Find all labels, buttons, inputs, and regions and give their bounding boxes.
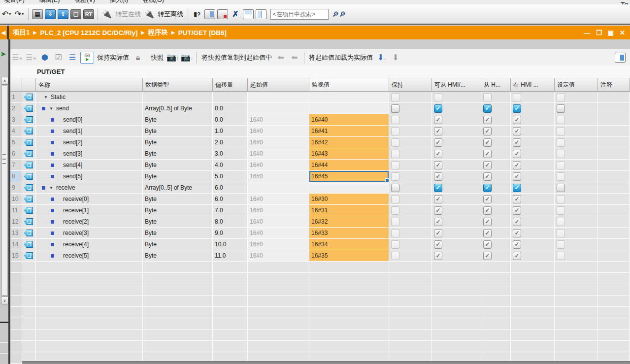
copy-setpoints-icon[interactable]: ⬅ — [289, 52, 300, 64]
start-value-cell[interactable]: 16#0 — [248, 205, 309, 216]
load-starts-as-actuals-button[interactable]: 将起始值加载为实际值 — [309, 53, 373, 62]
header-setpoint[interactable]: 设定值 — [555, 78, 598, 92]
breadcrumb-project[interactable]: 项目1 — [13, 28, 30, 37]
name-cell[interactable]: ▼ send[3] — [36, 148, 143, 160]
insert-row-icon[interactable]: ☰✳ — [11, 52, 23, 64]
name-cell[interactable]: ▼ send[1] — [36, 126, 143, 137]
monitor-value-cell[interactable]: 16#44 — [309, 160, 389, 171]
copy-all-icon[interactable]: ⬅ — [275, 52, 287, 64]
name-cell[interactable]: ▼ Static — [36, 92, 143, 103]
go-offline-icon[interactable]: 🔌 — [143, 8, 155, 21]
splitter-collapse-down-icon[interactable]: ∨ — [1, 297, 8, 304]
datatype-cell[interactable]: Byte — [143, 137, 213, 148]
writable-hmi-checkbox[interactable]: ✓ — [483, 104, 492, 113]
header-start[interactable]: 起始值 — [248, 78, 309, 92]
name-cell[interactable]: ▼ receive[5] — [36, 250, 143, 262]
monitor-value-cell[interactable]: 16#45 — [309, 171, 389, 182]
close-icon[interactable]: ✕ — [620, 29, 625, 36]
add-row-below-icon[interactable]: ☰✳ — [25, 52, 37, 64]
monitor-value-cell[interactable]: 16#32 — [309, 216, 389, 228]
monitor-value-cell[interactable] — [309, 92, 389, 103]
diagnostics-icon[interactable]: ▮? — [191, 8, 203, 21]
datatype-cell[interactable]: Byte — [143, 216, 213, 228]
datatype-cell[interactable]: Array[0..5] of Byte — [143, 103, 213, 114]
datatype-cell[interactable]: Byte — [143, 228, 213, 239]
monitor-value-cell[interactable]: 16#42 — [309, 137, 389, 148]
retain-lock-icon[interactable]: 🔒︎ — [132, 52, 144, 64]
collapse-left-icon[interactable]: ◀ — [0, 30, 7, 36]
comment-cell[interactable] — [598, 171, 630, 182]
comment-cell[interactable] — [598, 92, 630, 103]
accessible-hmi-checkbox[interactable]: ✓ — [434, 104, 442, 113]
snapshot-capture-icon[interactable]: 📷↑ — [166, 52, 179, 64]
name-cell[interactable]: ▼ send[4] — [36, 160, 143, 171]
maximize-icon[interactable]: ▣ — [608, 29, 614, 36]
breadcrumb-db[interactable]: PUT/GET [DB6] — [178, 29, 227, 36]
monitor-value-cell[interactable]: 16#41 — [309, 126, 389, 137]
menu-item[interactable]: 插入(I) — [110, 0, 128, 4]
breadcrumb-program-blocks[interactable]: 程序块 — [148, 28, 168, 37]
start-value-cell[interactable] — [248, 92, 309, 103]
retain-checkbox[interactable] — [391, 104, 399, 113]
reset-start-values-icon[interactable]: ⬢ — [39, 52, 51, 64]
visible-hmi-checkbox[interactable]: ✓ — [513, 184, 521, 192]
start-value-cell[interactable]: 16#0 — [248, 228, 309, 239]
datatype-cell[interactable]: Byte — [143, 160, 213, 171]
datatype-cell[interactable]: Byte — [143, 205, 213, 216]
start-value-cell[interactable]: 16#0 — [248, 216, 309, 228]
start-simulation-icon[interactable]: ▢ — [70, 8, 82, 21]
snapshot-load-icon[interactable]: 📷↓ — [181, 52, 193, 64]
visible-hmi-checkbox[interactable]: ✓ — [513, 104, 521, 113]
comment-cell[interactable] — [598, 216, 630, 228]
start-value-cell[interactable]: 16#0 — [248, 137, 309, 148]
datatype-cell[interactable]: Byte — [143, 250, 213, 262]
retain-checkbox[interactable] — [391, 184, 399, 192]
start-value-cell[interactable]: 16#0 — [248, 250, 309, 262]
expand-members-icon[interactable]: ☰ — [66, 52, 78, 64]
menu-item[interactable]: 项目(P) — [4, 0, 25, 4]
comment-cell[interactable] — [598, 250, 630, 262]
monitor-value-cell[interactable]: 16#40 — [309, 114, 389, 126]
datatype-cell[interactable]: Byte — [143, 148, 213, 160]
name-cell[interactable]: ▼ receive[0] — [36, 194, 143, 205]
comment-cell[interactable] — [598, 239, 630, 250]
float-icon[interactable]: ❐ — [596, 29, 602, 36]
header-writable-hmi[interactable]: 从 H... — [481, 78, 511, 92]
download-to-device-icon[interactable]: ⇩ — [44, 8, 56, 21]
redo-icon[interactable]: ↷▾ — [13, 8, 25, 21]
name-cell[interactable]: ▼ send — [36, 103, 143, 114]
monitor-value-cell[interactable]: 16#31 — [309, 205, 389, 216]
writable-hmi-checkbox[interactable]: ✓ — [483, 184, 492, 192]
monitor-all-button[interactable]: 👓︎▶ — [80, 52, 94, 64]
horizontal-scrollbar[interactable] — [22, 361, 630, 364]
header-monitor[interactable]: 监视值 — [309, 78, 389, 92]
datatype-cell[interactable]: Byte — [143, 126, 213, 137]
snapshot-button[interactable]: 快照 — [151, 53, 164, 62]
header-comment[interactable]: 注释 — [598, 78, 630, 92]
undo-icon[interactable]: ↶▾ — [0, 8, 12, 21]
compile-icon[interactable]: ▤ — [32, 8, 43, 21]
monitor-value-cell[interactable]: 16#30 — [309, 194, 389, 205]
start-value-cell[interactable]: 16#0 — [248, 171, 309, 182]
menu-item[interactable]: 在线(O) — [143, 0, 164, 4]
start-value-cell[interactable]: 16#0 — [248, 114, 309, 126]
setpoint-checkbox[interactable] — [557, 184, 565, 192]
start-value-cell[interactable]: 16#0 — [248, 148, 309, 160]
menu-item[interactable]: 视图(V) — [74, 0, 95, 4]
comment-cell[interactable] — [598, 228, 630, 239]
start-value-cell[interactable] — [248, 182, 309, 194]
go-online-button[interactable]: 转至在线 — [115, 10, 141, 19]
setpoint-checkbox[interactable] — [557, 104, 565, 113]
accept-values-icon[interactable]: ☑ — [53, 52, 65, 64]
splitter-collapse-up-icon[interactable]: ∧ — [1, 77, 8, 85]
name-cell[interactable]: ▼ receive[3] — [36, 228, 143, 239]
monitor-value-cell[interactable] — [309, 182, 389, 194]
expander-icon[interactable]: ▼ — [44, 95, 48, 99]
start-value-cell[interactable] — [248, 103, 309, 114]
monitor-value-cell[interactable] — [309, 103, 389, 114]
maximize-editor-icon[interactable] — [614, 52, 626, 64]
monitor-value-cell[interactable]: 16#35 — [309, 250, 389, 262]
comment-cell[interactable] — [598, 148, 630, 160]
comment-cell[interactable] — [598, 137, 630, 148]
cross-reference-icon[interactable]: ✗ — [230, 8, 241, 21]
